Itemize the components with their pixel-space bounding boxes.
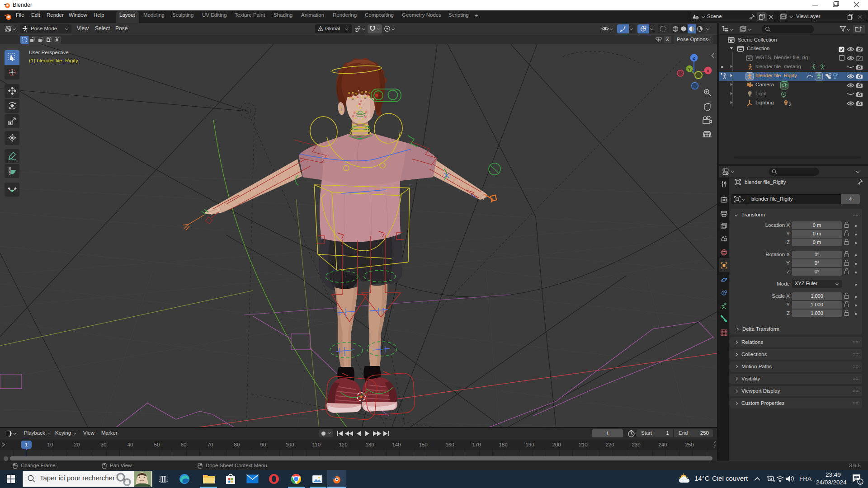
svg-text:Y: Y <box>688 67 691 71</box>
svg-text:X: X <box>707 69 709 73</box>
svg-text:5: 5 <box>859 480 861 484</box>
svg-text:Z: Z <box>693 56 695 61</box>
